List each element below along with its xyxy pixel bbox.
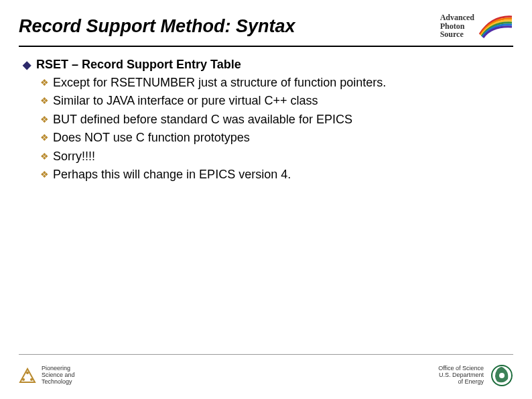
bullet-level2: ❖ Similar to JAVA interface or pure virt… bbox=[40, 93, 505, 109]
footer-line: of Energy bbox=[438, 379, 484, 386]
doe-swirl-icon bbox=[490, 364, 513, 387]
clover-bullet-icon: ❖ bbox=[40, 149, 49, 164]
clover-bullet-icon: ❖ bbox=[40, 75, 49, 91]
bullet-level2-text: Does NOT use C function prototypes bbox=[53, 130, 250, 146]
header: Record Support Method: Syntax Advanced P… bbox=[19, 16, 513, 39]
aps-logo: Advanced Photon Source bbox=[440, 13, 513, 39]
svg-point-2 bbox=[30, 378, 33, 381]
bullet-level1: ◆ RSET – Record Support Entry Table bbox=[23, 58, 505, 72]
footer-left-text: Pioneering Science and Technology bbox=[42, 365, 75, 386]
footer-right-text: Office of Science U.S. Department of Ene… bbox=[438, 365, 484, 386]
clover-bullet-icon: ❖ bbox=[40, 130, 49, 146]
svg-point-1 bbox=[22, 378, 25, 381]
rainbow-swoosh-icon bbox=[478, 14, 513, 38]
content: ◆ RSET – Record Support Entry Table ❖ Ex… bbox=[23, 58, 505, 185]
title-divider bbox=[19, 46, 513, 47]
bullet-level2-text: BUT defined before standard C was availa… bbox=[53, 112, 352, 127]
bullet-level2-text: Similar to JAVA interface or pure virtua… bbox=[53, 93, 318, 109]
bullet-level2-text: Sorry!!!! bbox=[53, 149, 95, 164]
bullet-level1-text: RSET – Record Support Entry Table bbox=[36, 58, 241, 72]
aps-logo-text: Advanced Photon Source bbox=[440, 13, 474, 39]
aps-logo-line: Advanced bbox=[440, 13, 474, 22]
argonne-triangle-icon bbox=[19, 367, 36, 384]
footer-right: Office of Science U.S. Department of Ene… bbox=[438, 364, 513, 387]
bullet-level2: ❖ Does NOT use C function prototypes bbox=[40, 130, 505, 146]
slide: Record Support Method: Syntax Advanced P… bbox=[0, 0, 532, 399]
clover-bullet-icon: ❖ bbox=[40, 93, 49, 109]
footer-divider bbox=[19, 354, 513, 355]
footer: Pioneering Science and Technology Office… bbox=[19, 364, 513, 387]
bullet-level2-text: Except for RSETNUMBER just a structure o… bbox=[53, 75, 386, 91]
bullet-level2: ❖ Sorry!!!! bbox=[40, 149, 505, 164]
diamond-bullet-icon: ◆ bbox=[23, 58, 31, 72]
bullet-level2: ❖ Except for RSETNUMBER just a structure… bbox=[40, 75, 505, 91]
clover-bullet-icon: ❖ bbox=[40, 167, 49, 182]
slide-title: Record Support Method: Syntax bbox=[19, 16, 295, 37]
footer-left: Pioneering Science and Technology bbox=[19, 365, 75, 386]
bullet-level2: ❖ Perhaps this will change in EPICS vers… bbox=[40, 167, 505, 182]
svg-point-0 bbox=[26, 372, 29, 374]
aps-logo-line: Source bbox=[440, 30, 474, 39]
svg-point-4 bbox=[499, 373, 505, 378]
bullet-level2: ❖ BUT defined before standard C was avai… bbox=[40, 112, 505, 127]
bullet-level2-text: Perhaps this will change in EPICS versio… bbox=[53, 167, 291, 182]
footer-line: Technology bbox=[42, 379, 75, 386]
clover-bullet-icon: ❖ bbox=[40, 112, 49, 127]
